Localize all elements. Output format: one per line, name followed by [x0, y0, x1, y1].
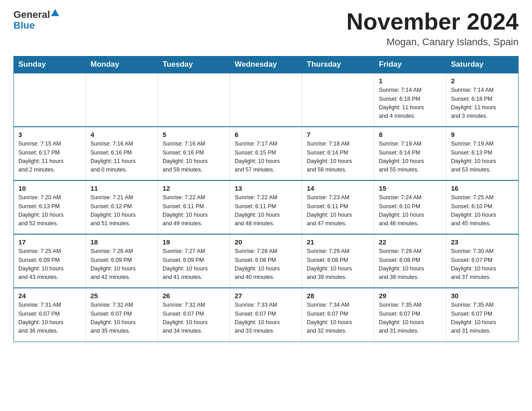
day-number: 4: [90, 131, 153, 138]
calendar-cell: 28Sunrise: 7:34 AMSunset: 6:07 PMDayligh…: [302, 288, 374, 342]
calendar-week-row: 24Sunrise: 7:31 AMSunset: 6:07 PMDayligh…: [14, 288, 519, 342]
day-info: Sunrise: 7:34 AMSunset: 6:07 PMDaylight:…: [307, 301, 369, 336]
calendar-cell: 30Sunrise: 7:35 AMSunset: 6:07 PMDayligh…: [446, 288, 519, 342]
day-info: Sunrise: 7:32 AMSunset: 6:07 PMDaylight:…: [90, 301, 153, 336]
calendar-cell: [230, 73, 302, 127]
day-number: 18: [90, 238, 153, 246]
day-number: 17: [18, 238, 81, 246]
weekday-header-sunday: Sunday: [14, 56, 86, 73]
day-info: Sunrise: 7:17 AMSunset: 6:15 PMDaylight:…: [235, 140, 297, 175]
day-number: 24: [18, 292, 81, 300]
day-info: Sunrise: 7:25 AMSunset: 6:10 PMDaylight:…: [451, 193, 514, 228]
day-number: 15: [379, 184, 442, 192]
day-info: Sunrise: 7:23 AMSunset: 6:11 PMDaylight:…: [307, 193, 369, 228]
weekday-header-saturday: Saturday: [446, 56, 519, 73]
calendar-cell: 5Sunrise: 7:16 AMSunset: 6:16 PMDaylight…: [158, 127, 230, 180]
day-number: 2: [451, 77, 514, 85]
day-number: 14: [307, 184, 369, 192]
calendar-week-row: 10Sunrise: 7:20 AMSunset: 6:13 PMDayligh…: [14, 180, 519, 234]
logo-top: General: [13, 9, 60, 21]
day-info: Sunrise: 7:33 AMSunset: 6:07 PMDaylight:…: [235, 301, 297, 336]
day-info: Sunrise: 7:16 AMSunset: 6:16 PMDaylight:…: [90, 140, 153, 175]
day-number: 25: [90, 292, 153, 300]
day-info: Sunrise: 7:35 AMSunset: 6:07 PMDaylight:…: [451, 301, 514, 336]
calendar-cell: 10Sunrise: 7:20 AMSunset: 6:13 PMDayligh…: [14, 180, 86, 234]
page-header: General Blue November 2024 Mogan, Canary…: [13, 9, 519, 48]
calendar-cell: [14, 73, 86, 127]
day-info: Sunrise: 7:16 AMSunset: 6:16 PMDaylight:…: [163, 140, 225, 175]
day-info: Sunrise: 7:29 AMSunset: 6:08 PMDaylight:…: [307, 247, 369, 282]
day-number: 22: [379, 238, 442, 246]
calendar-cell: 21Sunrise: 7:29 AMSunset: 6:08 PMDayligh…: [302, 234, 374, 288]
day-number: 9: [451, 131, 514, 138]
day-number: 19: [163, 238, 225, 246]
calendar-cell: [86, 73, 158, 127]
day-info: Sunrise: 7:21 AMSunset: 6:12 PMDaylight:…: [90, 193, 153, 228]
logo: General Blue: [13, 9, 60, 31]
calendar-week-row: 3Sunrise: 7:15 AMSunset: 6:17 PMDaylight…: [14, 127, 519, 180]
calendar-cell: 22Sunrise: 7:29 AMSunset: 6:08 PMDayligh…: [374, 234, 446, 288]
day-number: 21: [307, 238, 369, 246]
calendar-cell: 1Sunrise: 7:14 AMSunset: 6:18 PMDaylight…: [374, 73, 446, 127]
calendar-cell: 3Sunrise: 7:15 AMSunset: 6:17 PMDaylight…: [14, 127, 86, 180]
weekday-header-thursday: Thursday: [302, 56, 374, 73]
calendar-cell: 4Sunrise: 7:16 AMSunset: 6:16 PMDaylight…: [86, 127, 158, 180]
calendar-cell: 27Sunrise: 7:33 AMSunset: 6:07 PMDayligh…: [230, 288, 302, 342]
calendar-cell: 7Sunrise: 7:18 AMSunset: 6:14 PMDaylight…: [302, 127, 374, 180]
day-info: Sunrise: 7:30 AMSunset: 6:07 PMDaylight:…: [451, 247, 514, 282]
calendar-cell: 2Sunrise: 7:14 AMSunset: 6:18 PMDaylight…: [446, 73, 519, 127]
calendar-header-row: SundayMondayTuesdayWednesdayThursdayFrid…: [14, 56, 519, 73]
day-number: 12: [163, 184, 225, 192]
calendar-cell: 9Sunrise: 7:19 AMSunset: 6:13 PMDaylight…: [446, 127, 519, 180]
logo-triangle-icon: [51, 9, 59, 16]
day-number: 1: [379, 77, 442, 85]
calendar-week-row: 1Sunrise: 7:14 AMSunset: 6:18 PMDaylight…: [14, 73, 519, 127]
weekday-header-tuesday: Tuesday: [158, 56, 230, 73]
day-number: 6: [235, 131, 297, 138]
day-info: Sunrise: 7:28 AMSunset: 6:08 PMDaylight:…: [235, 247, 297, 282]
calendar-cell: 17Sunrise: 7:25 AMSunset: 6:09 PMDayligh…: [14, 234, 86, 288]
day-info: Sunrise: 7:31 AMSunset: 6:07 PMDaylight:…: [18, 301, 81, 336]
day-number: 10: [18, 184, 81, 192]
day-number: 29: [379, 292, 442, 300]
day-number: 23: [451, 238, 514, 246]
calendar-cell: 20Sunrise: 7:28 AMSunset: 6:08 PMDayligh…: [230, 234, 302, 288]
calendar-table: SundayMondayTuesdayWednesdayThursdayFrid…: [13, 56, 519, 342]
day-info: Sunrise: 7:24 AMSunset: 6:10 PMDaylight:…: [379, 193, 442, 228]
calendar-cell: 15Sunrise: 7:24 AMSunset: 6:10 PMDayligh…: [374, 180, 446, 234]
calendar-cell: 8Sunrise: 7:19 AMSunset: 6:14 PMDaylight…: [374, 127, 446, 180]
day-number: 3: [18, 131, 81, 138]
calendar-cell: 16Sunrise: 7:25 AMSunset: 6:10 PMDayligh…: [446, 180, 519, 234]
day-info: Sunrise: 7:22 AMSunset: 6:11 PMDaylight:…: [235, 193, 297, 228]
calendar-cell: [158, 73, 230, 127]
page-subtitle: Mogan, Canary Islands, Spain: [347, 36, 519, 48]
day-number: 20: [235, 238, 297, 246]
calendar-cell: 19Sunrise: 7:27 AMSunset: 6:09 PMDayligh…: [158, 234, 230, 288]
day-info: Sunrise: 7:29 AMSunset: 6:08 PMDaylight:…: [379, 247, 442, 282]
day-info: Sunrise: 7:35 AMSunset: 6:07 PMDaylight:…: [379, 301, 442, 336]
calendar-cell: 13Sunrise: 7:22 AMSunset: 6:11 PMDayligh…: [230, 180, 302, 234]
day-number: 30: [451, 292, 514, 300]
calendar-cell: 6Sunrise: 7:17 AMSunset: 6:15 PMDaylight…: [230, 127, 302, 180]
weekday-header-wednesday: Wednesday: [230, 56, 302, 73]
calendar-cell: [302, 73, 374, 127]
day-number: 16: [451, 184, 514, 192]
day-number: 28: [307, 292, 369, 300]
day-info: Sunrise: 7:18 AMSunset: 6:14 PMDaylight:…: [307, 140, 369, 175]
calendar-cell: 12Sunrise: 7:22 AMSunset: 6:11 PMDayligh…: [158, 180, 230, 234]
calendar-cell: 14Sunrise: 7:23 AMSunset: 6:11 PMDayligh…: [302, 180, 374, 234]
calendar-cell: 24Sunrise: 7:31 AMSunset: 6:07 PMDayligh…: [14, 288, 86, 342]
logo-general-text: General: [13, 9, 50, 21]
page-title: November 2024: [347, 9, 519, 34]
day-info: Sunrise: 7:27 AMSunset: 6:09 PMDaylight:…: [163, 247, 225, 282]
day-info: Sunrise: 7:25 AMSunset: 6:09 PMDaylight:…: [18, 247, 81, 282]
day-info: Sunrise: 7:32 AMSunset: 6:07 PMDaylight:…: [163, 301, 225, 336]
day-info: Sunrise: 7:14 AMSunset: 6:18 PMDaylight:…: [379, 86, 442, 121]
day-info: Sunrise: 7:14 AMSunset: 6:18 PMDaylight:…: [451, 86, 514, 121]
day-info: Sunrise: 7:20 AMSunset: 6:13 PMDaylight:…: [18, 193, 81, 228]
day-number: 13: [235, 184, 297, 192]
calendar-cell: 25Sunrise: 7:32 AMSunset: 6:07 PMDayligh…: [86, 288, 158, 342]
logo-blue-text: Blue: [13, 20, 35, 31]
day-info: Sunrise: 7:19 AMSunset: 6:14 PMDaylight:…: [379, 140, 442, 175]
calendar-cell: 26Sunrise: 7:32 AMSunset: 6:07 PMDayligh…: [158, 288, 230, 342]
